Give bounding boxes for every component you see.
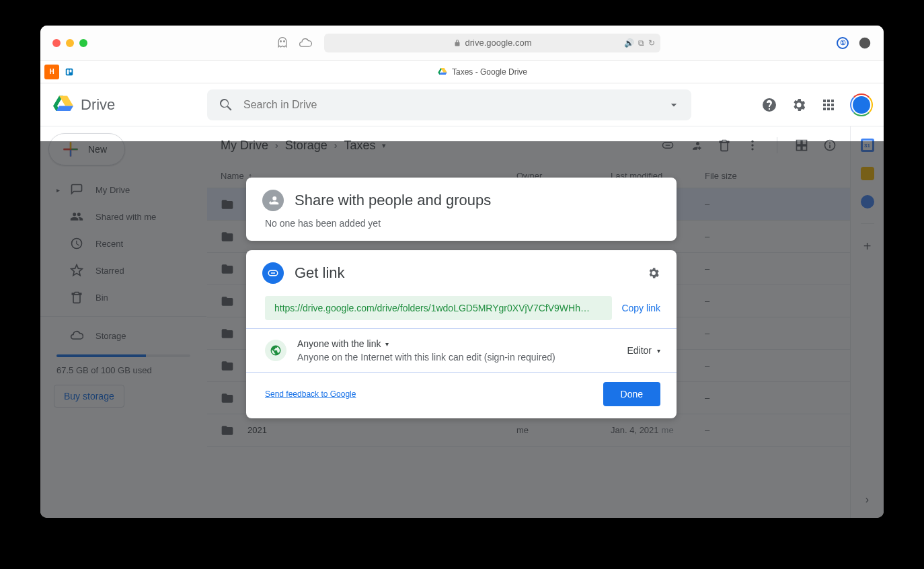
downloads-icon[interactable] <box>858 36 872 50</box>
account-avatar[interactable] <box>850 93 873 116</box>
cloud-extension-icon[interactable] <box>299 36 312 50</box>
search-options-icon[interactable] <box>667 98 681 112</box>
chevron-down-icon[interactable]: ▾ <box>385 340 389 348</box>
drive-logo[interactable]: Drive <box>51 93 207 117</box>
reload-icon[interactable]: ↻ <box>648 38 655 48</box>
copy-link-button[interactable]: Copy link <box>621 303 660 313</box>
svg-rect-1 <box>66 68 73 75</box>
tab-bar: H Taxes - Google Drive <box>40 61 884 83</box>
access-description: Anyone on the Internet with this link ca… <box>297 352 555 363</box>
role-selector[interactable]: Editor ▾ <box>627 345 660 356</box>
globe-icon <box>265 340 286 361</box>
app-header: Drive <box>40 83 884 126</box>
titlebar: drive.google.com 🔊 ⧉ ↻ ① <box>40 26 884 61</box>
address-bar[interactable]: drive.google.com 🔊 ⧉ ↻ <box>324 34 660 52</box>
share-subtitle: No one has been added yet <box>246 218 677 241</box>
search-bar[interactable] <box>207 89 691 120</box>
tab-title-text: Taxes - Google Drive <box>452 67 527 77</box>
pinned-tab-1[interactable]: H <box>44 65 59 79</box>
drive-favicon-icon <box>437 67 448 77</box>
role-label: Editor <box>627 345 652 356</box>
pip-icon[interactable]: ⧉ <box>638 38 644 48</box>
share-card: Share with people and groups No one has … <box>246 178 677 241</box>
pinned-tab-2[interactable] <box>62 65 77 79</box>
active-tab[interactable]: Taxes - Google Drive <box>81 67 884 77</box>
link-icon <box>262 262 284 284</box>
person-add-icon <box>262 190 284 211</box>
browser-window: drive.google.com 🔊 ⧉ ↻ ① H Taxes - Googl… <box>40 26 884 518</box>
support-icon[interactable] <box>761 97 777 113</box>
search-input[interactable] <box>243 99 658 111</box>
svg-rect-2 <box>67 69 69 74</box>
apps-grid-icon[interactable] <box>820 97 837 113</box>
lock-icon <box>453 39 461 47</box>
getlink-card: Get link https://drive.google.com/drive/… <box>246 250 677 418</box>
feedback-link[interactable]: Send feedback to Google <box>265 389 356 399</box>
minimize-window-button[interactable] <box>66 39 74 47</box>
traffic-lights <box>52 39 87 47</box>
close-window-button[interactable] <box>52 39 61 47</box>
settings-icon[interactable] <box>791 97 807 113</box>
chevron-down-icon: ▾ <box>657 347 660 354</box>
drive-logo-text: Drive <box>81 96 115 114</box>
ghost-extension-icon[interactable] <box>276 36 289 50</box>
share-dialog: Share with people and groups No one has … <box>246 178 677 428</box>
1password-icon[interactable]: ① <box>837 37 849 49</box>
maximize-window-button[interactable] <box>79 39 87 47</box>
done-button[interactable]: Done <box>603 382 660 406</box>
url-text: drive.google.com <box>465 38 532 48</box>
svg-rect-3 <box>70 69 72 72</box>
share-title: Share with people and groups <box>295 192 491 209</box>
link-settings-icon[interactable] <box>647 266 660 280</box>
share-link-field[interactable]: https://drive.google.com/drive/folders/1… <box>265 296 612 320</box>
audio-icon[interactable]: 🔊 <box>624 38 634 48</box>
drive-logo-icon <box>51 93 75 117</box>
search-icon <box>218 97 234 113</box>
getlink-title: Get link <box>295 264 345 282</box>
access-scope-label[interactable]: Anyone with the link <box>297 338 381 349</box>
